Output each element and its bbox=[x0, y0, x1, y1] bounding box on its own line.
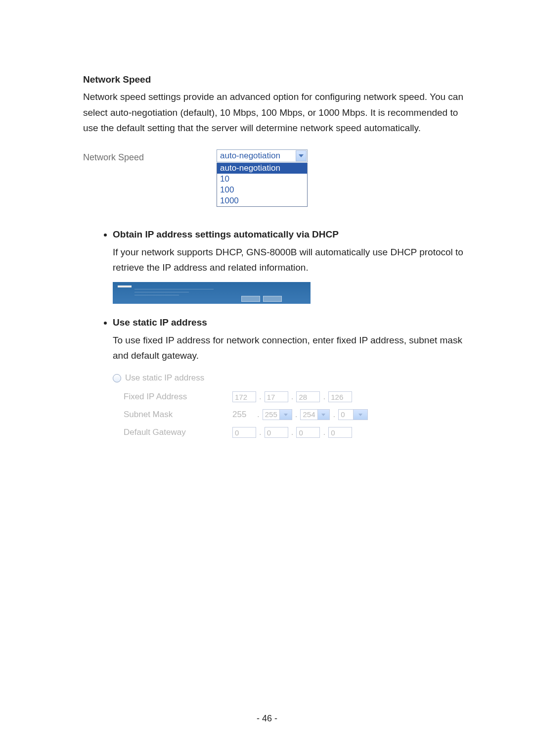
network-speed-body: Network speed settings provide an advanc… bbox=[83, 89, 465, 136]
fixed-ip-octet-1[interactable]: 172 bbox=[232, 391, 256, 402]
chevron-down-icon[interactable] bbox=[353, 410, 368, 420]
static-ip-heading: Use static IP address bbox=[113, 317, 207, 328]
gateway-octet-1[interactable]: 0 bbox=[232, 427, 256, 438]
network-speed-option[interactable]: 1000 bbox=[217, 195, 307, 206]
network-speed-heading: Network Speed bbox=[83, 72, 465, 87]
page-number: - 46 - bbox=[0, 711, 534, 726]
network-speed-form-label: Network Speed bbox=[83, 149, 217, 165]
dhcp-illustration bbox=[113, 282, 311, 304]
gateway-label: Default Gateway bbox=[113, 425, 232, 439]
static-ip-form: Use static IP address Fixed IP Address 1… bbox=[113, 371, 465, 441]
static-ip-item: Use static IP address To use fixed IP ad… bbox=[113, 315, 465, 441]
subnet-octet-2[interactable]: 255 bbox=[263, 409, 292, 420]
chevron-down-icon[interactable] bbox=[279, 410, 292, 420]
network-speed-selected-value: auto-negotiation bbox=[217, 149, 295, 163]
dhcp-body: If your network supports DHCP, GNS-8000B… bbox=[113, 244, 465, 276]
network-speed-form-row: Network Speed auto-negotiation auto-nego… bbox=[83, 149, 465, 207]
gateway-octet-3[interactable]: 0 bbox=[296, 427, 320, 438]
fixed-ip-row: Fixed IP Address 172. 17. 28. 126 bbox=[113, 388, 465, 406]
network-speed-option[interactable]: 100 bbox=[217, 185, 307, 195]
fixed-ip-label: Fixed IP Address bbox=[113, 390, 232, 404]
static-ip-radio-row: Use static IP address bbox=[113, 371, 465, 385]
subnet-octet-4[interactable]: 0 bbox=[338, 409, 368, 420]
network-speed-select[interactable]: auto-negotiation bbox=[217, 149, 308, 162]
network-speed-select-wrap: auto-negotiation auto-negotiation 10 100… bbox=[217, 149, 308, 207]
gateway-octet-2[interactable]: 0 bbox=[265, 427, 288, 438]
subnet-mask-label: Subnet Mask bbox=[113, 408, 232, 422]
network-speed-option[interactable]: auto-negotiation bbox=[217, 163, 307, 174]
subnet-mask-row: Subnet Mask 255. 255 . 254 . 0 bbox=[113, 406, 465, 424]
gateway-octet-4[interactable]: 0 bbox=[328, 427, 352, 438]
chevron-down-icon[interactable] bbox=[296, 150, 307, 161]
chevron-down-icon[interactable] bbox=[317, 410, 330, 420]
fixed-ip-octet-4[interactable]: 126 bbox=[328, 391, 352, 402]
static-ip-body: To use fixed IP address for network conn… bbox=[113, 332, 465, 364]
fixed-ip-octet-2[interactable]: 17 bbox=[265, 391, 288, 402]
network-speed-option[interactable]: 10 bbox=[217, 174, 307, 185]
subnet-prefix: 255 bbox=[232, 408, 254, 422]
gateway-row: Default Gateway 0. 0. 0. 0 bbox=[113, 424, 465, 441]
network-speed-options-list[interactable]: auto-negotiation 10 100 1000 bbox=[217, 163, 308, 207]
dhcp-item: Obtain IP address settings automatically… bbox=[113, 227, 465, 304]
fixed-ip-octet-3[interactable]: 28 bbox=[296, 391, 320, 402]
static-ip-radio-label[interactable]: Use static IP address bbox=[125, 371, 204, 385]
radio-unchecked-icon[interactable] bbox=[113, 374, 121, 382]
dhcp-heading: Obtain IP address settings automatically… bbox=[113, 229, 339, 239]
subnet-octet-3[interactable]: 254 bbox=[300, 409, 330, 420]
